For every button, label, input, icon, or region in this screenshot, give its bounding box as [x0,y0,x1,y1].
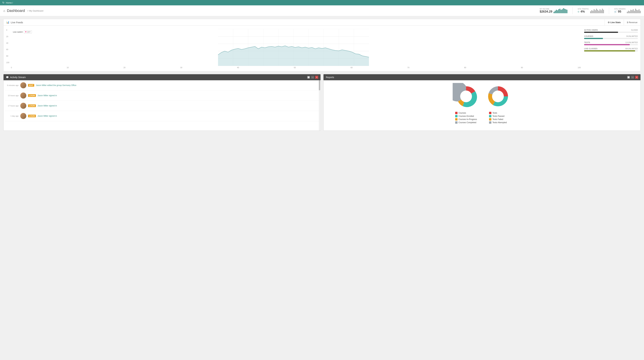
reports-minimize-button[interactable]: ⬜ [627,76,630,79]
main-content: 📊 Live Feeds ⊙ Live Stats $ Revenue Live… [0,16,644,133]
activity-badge: LOGIN [28,94,36,97]
activity-time: 15 hours ago [5,94,18,96]
activity-icon: 💬 [6,76,9,79]
stat-live-classes: LIVE CLASSES 90/Unlimited [584,48,638,51]
legend-label: Courses Enrolled [458,115,474,117]
page-title: Dashboard [7,8,25,13]
site-orders-chart [627,8,641,13]
courses-label: COURSES [584,35,593,37]
orders-icon: 🛒 [614,10,617,13]
active-users-fill [584,32,618,33]
courses-fill [584,38,603,39]
header-stats: MY INCOME $2634.29 SITE TRAF [540,7,641,14]
header-left: ⌂ Dashboard > My Dashboard [3,8,43,13]
tests-fill [584,44,630,45]
reports-title: Reports [326,76,334,79]
courses-value: 9/Unlimited [626,35,638,37]
chart-x-labels: 0 10 20 30 40 50 60 70 80 90 100 [11,66,581,68]
live-feeds-panel: 📊 Live Feeds ⊙ Live Stats $ Revenue Live… [3,19,641,71]
switch-off-label: OFF [27,31,31,33]
tests-donut-wrap: Tests Tests Passed Tests Failed [484,83,511,124]
refresh-icon[interactable]: ↻ [2,1,4,4]
switch-x-icon: ✕ [25,31,26,33]
chart-area: Live switch ✕ OFF 100 80 60 40 [4,26,640,71]
legend-color [489,118,492,120]
live-feeds-header: 📊 Live Feeds ⊙ Live Stats $ Revenue [4,19,640,26]
svg-marker-15 [218,46,369,66]
scrollbar-thumb[interactable] [319,80,320,90]
activity-text: Jason Miller signed in [38,115,57,117]
courses-donut [453,83,480,110]
legend-color [455,115,458,117]
chart-stats-right: ACTIVE USERS 51/2000 COURSES 9/Unlimited [584,27,638,68]
area-chart [6,29,581,66]
stat-active-users: ACTIVE USERS 51/2000 [584,29,638,33]
tests-bar [584,44,638,45]
reports-body: Courses Courses Enrolled Courses In-Prog… [324,80,640,126]
chart-icon: 📊 [6,21,10,24]
legend-item: Tests [489,112,507,114]
site-traffic-chart [590,8,604,13]
live-feeds-title: 📊 Live Feeds [4,19,26,25]
live-feeds-tabs: ⊙ Live Stats $ Revenue [604,19,640,25]
avatar [20,82,26,88]
close-button[interactable]: ✕ [315,76,318,79]
activity-item: 6 minutes ago EDIT Jason Miller edited t… [5,80,319,90]
legend-label: Tests Attempted [492,121,507,124]
tests-value: 11/Unlimited [625,41,638,43]
activity-stream-controls: ⬜ — ✕ [307,76,318,79]
tab-live-stats[interactable]: ⊙ Live Stats [604,19,624,25]
live-classes-label: LIVE CLASSES [584,48,598,50]
activity-stream-header: 💬 Activity Stream ⬜ — ✕ [4,74,320,80]
avatar [20,103,26,109]
activity-badge: LOGIN [28,115,36,117]
legend-item: Courses In-Progress [455,118,477,120]
live-classes-fill [584,50,635,51]
avatar [20,113,26,119]
breadcrumb: Home / [6,1,13,4]
active-users-label: ACTIVE USERS [584,29,598,31]
chart-y-labels: 100 80 60 40 20 0 [6,29,10,63]
legend-color [455,121,458,124]
my-income-label: MY INCOME [540,8,552,10]
legend-color [489,112,492,114]
legend-color [455,118,458,120]
svg-point-17 [492,90,504,102]
activity-time: 1 day ago [5,115,18,117]
active-users-value: 51/2000 [631,29,638,31]
activity-stream-header-left: 💬 Activity Stream [6,76,26,79]
legend-label: Courses In-Progress [458,118,477,120]
legend-item: Courses Enrolled [455,115,477,117]
site-traffic-block: SITE TRAFFIC ⊙ 4% [578,8,604,13]
reports-close-button[interactable]: ✕ [635,76,638,79]
legend-item: Tests Passed [489,115,507,117]
activity-item: 17 hours ago LOGIN Jason Miller signed i… [5,101,319,111]
live-switch-button[interactable]: ✕ OFF [24,30,32,33]
legend-label: Tests [492,112,497,114]
legend-label: Courses [458,112,466,114]
legend-label: Tests Failed [492,118,503,120]
legend-item: Courses Completed [455,121,477,124]
traffic-icon: ⊙ [578,10,580,13]
tests-legend: Tests Tests Passed Tests Failed [489,112,507,124]
reports-collapse-button[interactable]: — [631,76,634,79]
tab-revenue[interactable]: $ Revenue [624,19,640,25]
reports-controls: ⬜ — ✕ [627,76,638,79]
activity-badge: EDIT [28,84,34,87]
legend-color [455,112,458,114]
minimize-button[interactable]: ⬜ [307,76,310,79]
my-income-value: $2634.29 [540,10,552,13]
activity-item: 1 day ago LOGIN Jason Miller signed in [5,111,319,121]
scrollbar-track [319,80,320,131]
stat-courses: COURSES 9/Unlimited [584,35,638,39]
activity-text: Jason Miller edited the group Germany Of… [36,84,76,86]
svg-point-16 [460,90,472,102]
stat-tests: TESTS 11/Unlimited [584,41,638,45]
collapse-button[interactable]: — [311,76,314,79]
activity-badge: LOGIN [28,104,36,107]
live-classes-value: 90/Unlimited [625,48,638,50]
chart-container: Live switch ✕ OFF 100 80 60 40 [6,29,581,68]
activity-time: 6 minutes ago [5,84,18,86]
reports-header-left: Reports [326,76,334,79]
activity-time: 17 hours ago [5,105,18,107]
